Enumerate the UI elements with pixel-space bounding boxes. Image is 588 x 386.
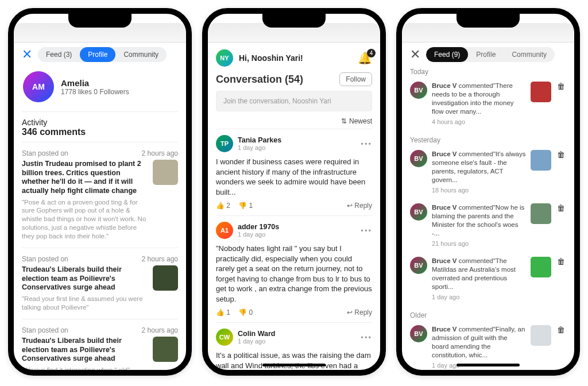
author-line: Stan posted on [22,326,68,334]
notch [68,14,131,28]
tab-feed[interactable]: Feed (9) [426,47,468,62]
notch [262,14,326,28]
activity-list: Stan posted on2 hours agoJustin Trudeau … [22,142,178,370]
user-avatar: NY [216,49,233,67]
segment-control: Feed (3) Profile Community [38,47,167,62]
thumbnail [531,150,551,171]
delete-icon[interactable]: 🗑 [556,257,566,267]
commenter-name: Tania Parkes [238,136,281,144]
comment-list: TPTania Parkes1 day ago•••I wonder if bu… [216,129,372,370]
activity-item[interactable]: Stan posted on2 hours agoTrudeau's Liber… [22,319,178,370]
profile-name: Amelia [61,78,129,88]
sort-label: Newest [349,117,372,125]
conversation-title: Conversation (54) [216,74,303,86]
thumbnail [531,257,551,277]
comments-count: 346 comments [22,127,178,142]
group-label: Yesterday [410,136,566,144]
feed-list: TodayBVBruce V commented"There needs to … [410,68,566,370]
feed-item[interactable]: BVBruce V commented"It's always someone … [410,145,566,199]
upvote-button[interactable]: 1 [216,308,230,316]
actor-avatar: BV [410,82,427,99]
more-icon[interactable]: ••• [361,333,372,342]
phone-conversation: NY Hi, Nooshin Yari! 🔔4 Conversation (54… [202,8,386,376]
home-indicator [457,364,520,366]
greeting-text: Hi, Nooshin Yari! [239,53,303,63]
close-icon[interactable]: ✕ [410,47,420,62]
notifications-icon[interactable]: 🔔4 [358,51,372,65]
delete-icon[interactable]: 🗑 [556,203,566,214]
comment: TPTania Parkes1 day ago•••I wonder if bu… [216,129,372,215]
comment-body: I wonder if business cases were required… [216,152,372,202]
follow-button[interactable]: Follow [339,72,372,86]
profile-screen: ✕ Feed (3) Profile Community AM Amelia 1… [14,43,186,370]
time-ago: 1 day ago [432,293,526,301]
time-ago: 4 hours ago [432,118,526,126]
comment-quote: "Read your first line & assumed you were… [22,295,148,312]
more-icon[interactable]: ••• [361,226,372,235]
avatar: AM [23,71,54,102]
feed-item[interactable]: BVBruce V commented"The Matildas are Aus… [410,252,566,306]
feed-text: Bruce V commented"The Matildas are Austr… [432,257,526,301]
tab-profile[interactable]: Profile [80,47,115,62]
greeting-row: NY Hi, Nooshin Yari! 🔔4 [216,47,372,72]
feed-item[interactable]: BVBruce V commented"Finally, an admissio… [410,321,566,370]
commenter-avatar: A1 [216,222,233,239]
conversation-head: Conversation (54) Follow [216,72,372,86]
thumbnail [153,160,178,185]
segment-control: Feed (9) Profile Community [426,47,555,62]
sort-control[interactable]: ⇅ Newest [216,117,372,125]
time-ago: 1 day ago [238,231,279,238]
delete-icon[interactable]: 🗑 [556,150,566,160]
thumbnail [531,82,551,102]
tab-feed[interactable]: Feed (3) [38,47,80,62]
downvote-button[interactable]: 0 [238,308,253,316]
top-bar: ✕ Feed (3) Profile Community [22,47,178,62]
feed-text: Bruce V commented"It's always someone el… [432,150,526,194]
top-bar: ✕ Feed (9) Profile Community [410,47,566,62]
commenter-name: adder 1970s [238,223,279,231]
activity-item[interactable]: Stan posted on2 hours agoTrudeau's Liber… [22,248,178,319]
downvote-button[interactable]: 1 [238,202,253,210]
comment-quote: "Pose & act on a proven good ting & for … [22,198,148,241]
time-ago: 2 hours ago [142,255,178,263]
thumbnail [153,265,178,291]
reply-button[interactable]: ↩ Reply [347,308,372,316]
notifications-badge: 4 [367,49,376,57]
sort-icon: ⇅ [341,117,347,125]
feed-text: Bruce V commented"Now he is blaming the … [432,203,526,248]
reply-button[interactable]: ↩ Reply [347,202,372,210]
commenter-avatar: TP [216,135,233,152]
tab-community[interactable]: Community [504,47,555,62]
headline: Trudeau's Liberals build their election … [22,337,148,364]
activity-item[interactable]: Stan posted on2 hours agoJustin Trudeau … [22,142,178,248]
feed-item[interactable]: BVBruce V commented"There needs to be a … [410,77,566,130]
more-icon[interactable]: ••• [361,140,372,148]
actor-avatar: BV [410,203,427,221]
tab-community[interactable]: Community [115,47,167,62]
feed-text: Bruce V commented"There needs to be a th… [432,82,526,126]
commenter-avatar: CW [216,329,233,346]
thumbnail [153,337,178,362]
comment: A1adder 1970s1 day ago•••"Nobody hates l… [216,215,372,322]
commenter-name: Colin Ward [238,330,276,338]
profile-info: Amelia 1778 likes 0 Followers [61,78,129,96]
time-ago: 18 hours ago [432,186,526,194]
time-ago: 1 day ago [238,338,276,345]
delete-icon[interactable]: 🗑 [556,325,566,335]
time-ago: 1 day ago [238,144,281,151]
author-line: Stan posted on [22,255,68,263]
profile-meta: 1778 likes 0 Followers [61,88,129,96]
feed-screen: ✕ Feed (9) Profile Community TodayBVBruc… [402,43,574,370]
activity-label: Activity [22,112,178,127]
tab-profile[interactable]: Profile [468,47,504,62]
time-ago: 2 hours ago [142,326,178,334]
comment: CWColin Ward1 day ago•••It's a political… [216,322,372,370]
close-icon[interactable]: ✕ [22,47,32,62]
thumbnail [531,325,551,346]
join-input[interactable]: Join the conversation, Nooshin Yari [216,91,372,111]
feed-item[interactable]: BVBruce V commented"Now he is blaming th… [410,199,566,252]
upvote-button[interactable]: 2 [216,202,230,210]
home-indicator [262,364,326,366]
actor-avatar: BV [410,150,427,167]
delete-icon[interactable]: 🗑 [556,82,566,92]
